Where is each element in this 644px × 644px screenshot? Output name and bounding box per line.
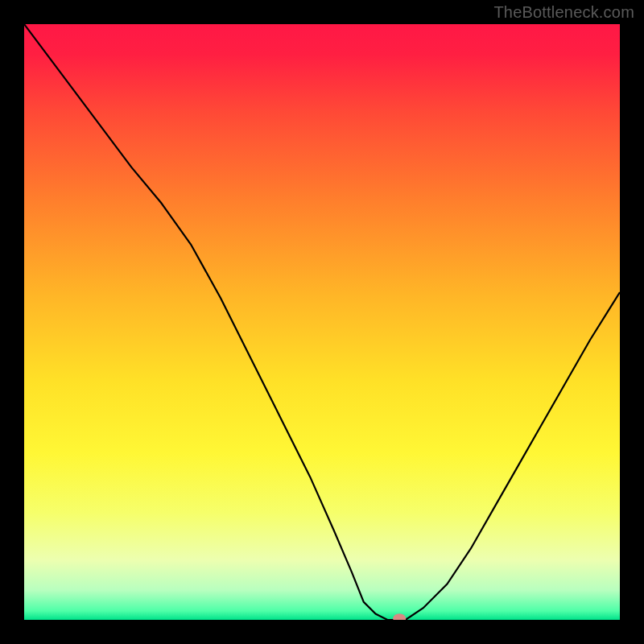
watermark-label: TheBottleneck.com	[493, 3, 634, 22]
heat-background	[24, 24, 620, 620]
chart-svg	[24, 24, 620, 620]
plot-area	[24, 24, 620, 620]
chart-frame: TheBottleneck.com	[0, 0, 644, 644]
